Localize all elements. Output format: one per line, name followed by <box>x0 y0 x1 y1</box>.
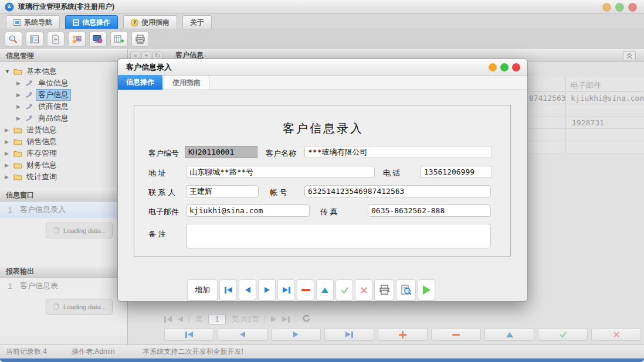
edit-record-button[interactable] <box>316 279 334 300</box>
user-report-button[interactable] <box>68 32 86 47</box>
tree-leaf-customer-info[interactable]: ▶ 客户信息 <box>0 89 127 101</box>
run-button[interactable] <box>418 279 435 300</box>
first-record-button[interactable] <box>164 328 214 341</box>
address-label: 地 址 <box>148 168 166 179</box>
remark-label: 备 注 <box>148 229 166 240</box>
last-page-button[interactable] <box>282 316 290 323</box>
dialog-tab-info-operation[interactable]: 信息操作 <box>118 75 162 90</box>
save-record-button[interactable] <box>538 328 588 341</box>
customer-code-field[interactable] <box>185 146 257 158</box>
save-record-button[interactable] <box>335 279 353 300</box>
next-record-button[interactable] <box>258 279 276 300</box>
customer-name-label: 客户名称 <box>266 148 296 159</box>
next-page-button[interactable] <box>271 316 276 322</box>
table-add-button[interactable] <box>110 32 128 47</box>
list-item-label: 客户信息录入 <box>20 204 66 215</box>
prev-page-button[interactable] <box>178 316 183 322</box>
collapsed-arrow-icon[interactable]: ▶ <box>5 139 13 145</box>
delete-record-button[interactable] <box>297 279 314 300</box>
tab-system-navigation[interactable]: 系统导航 <box>6 15 60 29</box>
fax-label: 传 真 <box>320 207 338 217</box>
collapsed-arrow-icon[interactable]: ▶ <box>16 80 25 86</box>
search-button[interactable] <box>5 32 22 47</box>
delete-record-button[interactable] <box>431 328 481 341</box>
email-field[interactable] <box>186 204 310 217</box>
tree-leaf-product-info[interactable]: ▶ 商品信息 <box>0 112 127 124</box>
edit-record-button[interactable] <box>484 328 534 341</box>
first-page-button[interactable] <box>164 316 172 323</box>
last-record-button[interactable] <box>277 279 295 300</box>
tree-folder-finance-info[interactable]: ▶ 财务信息 <box>0 159 127 171</box>
collapsed-arrow-icon[interactable]: ▶ <box>5 151 13 156</box>
print-button[interactable] <box>131 32 149 47</box>
prev-record-button[interactable] <box>218 328 267 341</box>
minimize-button[interactable] <box>602 3 611 12</box>
tree-leaf-supplier-info[interactable]: ▶ 供商信息 <box>0 101 127 112</box>
account-field[interactable] <box>304 185 491 197</box>
collapsed-arrow-icon[interactable]: ▶ <box>5 174 13 180</box>
tree-folder-sales-info[interactable]: ▶ 销售信息 <box>0 136 127 148</box>
tab-user-guide[interactable]: ? 使用指南 <box>123 15 177 29</box>
first-record-button[interactable] <box>219 279 237 300</box>
spinner-icon <box>52 227 60 234</box>
spinner-icon <box>52 303 60 310</box>
list-item-customer-entry[interactable]: 1 客户信息录入 <box>0 202 127 218</box>
preview-button[interactable] <box>396 279 416 300</box>
expanded-arrow-icon[interactable]: ▼ <box>5 69 13 74</box>
dialog-minimize-button[interactable] <box>489 63 497 71</box>
tree-item-label-selected: 客户信息 <box>36 89 71 101</box>
dialog-tab-user-guide[interactable]: 使用指南 <box>164 75 209 90</box>
tab-about[interactable]: 关于 <box>182 15 212 29</box>
document-button[interactable] <box>47 32 65 47</box>
cancel-record-button[interactable] <box>355 279 372 300</box>
record-toolbar <box>164 328 641 341</box>
collapsed-arrow-icon[interactable]: ▶ <box>5 127 13 133</box>
list-item-customer-report[interactable]: 1 客户信息表 <box>0 278 127 294</box>
form-view-button[interactable] <box>26 32 43 47</box>
add-record-button[interactable] <box>378 328 428 341</box>
folder-icon <box>13 150 24 157</box>
address-field[interactable] <box>186 166 375 178</box>
next-record-button[interactable] <box>271 328 321 341</box>
dialog-close-button[interactable] <box>512 63 520 71</box>
collapsed-arrow-icon[interactable]: ▶ <box>16 115 25 121</box>
monitor-globe-button[interactable] <box>89 32 107 47</box>
remark-field[interactable] <box>186 224 491 248</box>
phone-label: 电 话 <box>383 168 401 179</box>
collapsed-arrow-icon[interactable]: ▶ <box>5 162 13 168</box>
fax-field[interactable] <box>368 204 491 217</box>
plus-icon <box>399 331 406 339</box>
grid-header-email[interactable]: 电子邮件 <box>571 80 601 91</box>
dialog-maximize-button[interactable] <box>500 63 509 71</box>
contact-field[interactable] <box>186 185 259 197</box>
maximize-button[interactable] <box>615 3 624 12</box>
tab-info-operation[interactable]: 信息操作 <box>65 15 118 29</box>
list-item-index: 1 <box>0 206 20 214</box>
tree-folder-inventory[interactable]: ▶ 库存管理 <box>0 148 127 159</box>
collapse-panel-button[interactable] <box>623 51 636 60</box>
page-number-input[interactable] <box>208 314 226 325</box>
tree-item-label: 商品信息 <box>36 112 71 124</box>
phone-field[interactable] <box>421 166 492 178</box>
system-note: 本系统支持二次开发和全新开发! <box>143 347 243 357</box>
cancel-record-button[interactable] <box>591 328 641 341</box>
customer-name-field[interactable] <box>304 146 492 158</box>
help-icon: ? <box>131 19 138 26</box>
window-titlebar[interactable]: 玻璃行业管理系统(非注册用户) <box>0 0 644 14</box>
prev-record-button[interactable] <box>239 279 256 300</box>
dialog-titlebar[interactable]: 客户信息录入 <box>118 59 527 76</box>
close-button[interactable] <box>628 3 637 12</box>
tree-folder-purchase-info[interactable]: ▶ 进货信息 <box>0 124 127 136</box>
tree-folder-basic-info[interactable]: ▼ 基本信息 <box>0 66 127 77</box>
monitor-icon <box>13 19 21 26</box>
collapsed-arrow-icon[interactable]: ▶ <box>16 104 25 110</box>
add-button[interactable]: 增加 <box>187 279 218 300</box>
loading-indicator: Loading data... <box>46 223 113 238</box>
tree-leaf-unit-info[interactable]: ▶ 单位信息 <box>0 77 127 89</box>
print-button[interactable] <box>374 279 394 300</box>
tree-folder-statistics-query[interactable]: ▶ 统计查询 <box>0 171 127 183</box>
collapsed-arrow-icon[interactable]: ▶ <box>16 92 25 98</box>
refresh-grid-button[interactable] <box>302 314 311 325</box>
last-record-button[interactable] <box>324 328 374 341</box>
search-icon <box>8 35 19 44</box>
